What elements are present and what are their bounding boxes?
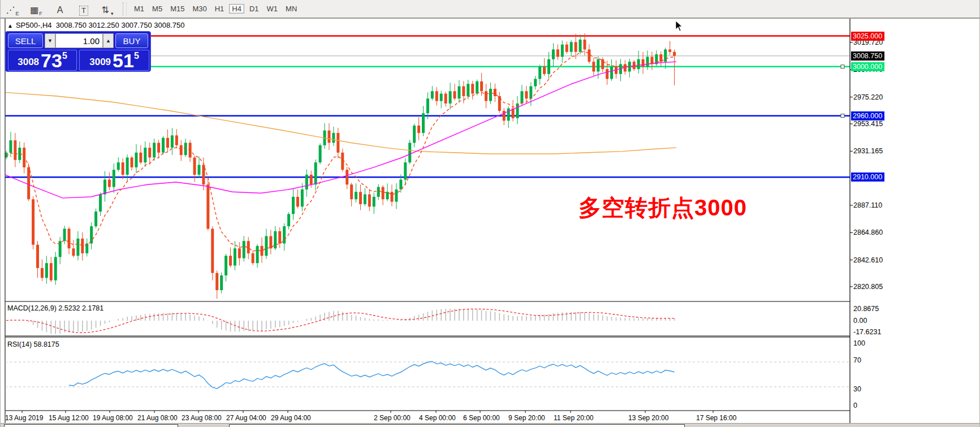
- bull-candle: [153, 143, 156, 157]
- bull-candle: [476, 81, 478, 94]
- draw-e-icon[interactable]: ⋰E: [2, 2, 23, 16]
- timeframe-m5[interactable]: M5: [149, 4, 165, 14]
- bull-candle: [579, 40, 582, 52]
- macd-axis--17.6231: -17.6231: [853, 328, 881, 336]
- bull-candle: [404, 162, 407, 179]
- bull-candle: [184, 143, 187, 155]
- bear-candle: [229, 256, 232, 265]
- timeframe-m15[interactable]: M15: [167, 4, 187, 14]
- bull-candle: [225, 256, 227, 275]
- collapse-triangle-icon[interactable]: ▲: [7, 23, 13, 29]
- textbox-icon[interactable]: T: [74, 1, 94, 16]
- bull-candle: [413, 126, 416, 143]
- bear-candle: [359, 192, 362, 204]
- bear-candle: [575, 42, 577, 51]
- price-badge-3000.000: 3000.000: [851, 62, 884, 71]
- date-label: 23 Aug 08:00: [182, 414, 222, 422]
- line-handle[interactable]: [841, 65, 844, 68]
- bear-candle: [175, 135, 178, 145]
- price-tick-2887.110: 2887.110: [853, 201, 882, 209]
- bid-price-box[interactable]: 3008 73 5: [8, 50, 77, 71]
- bull-candle: [103, 180, 106, 195]
- bull-candle: [431, 91, 434, 98]
- timeframe-h1[interactable]: H1: [212, 4, 227, 14]
- timeframe-m1[interactable]: M1: [131, 4, 147, 14]
- ask-price-box[interactable]: 3009 51 5: [79, 50, 149, 71]
- price-tick-2975.220: 2975.220: [853, 93, 883, 101]
- bull-candle: [113, 170, 115, 187]
- bull-candle: [426, 98, 429, 113]
- toolbar-tools: ⋰E▦FAT⇅▾: [1, 1, 119, 16]
- bull-candle: [395, 189, 398, 202]
- bottom-window-tab-2[interactable]: [229, 424, 685, 427]
- arrows-icon[interactable]: ⇅▾: [97, 2, 118, 16]
- bull-candle: [364, 195, 366, 204]
- bear-candle: [368, 195, 371, 207]
- bear-candle: [296, 197, 299, 206]
- bottom-window-tab-1[interactable]: [4, 424, 178, 427]
- price-tick-2953.415: 2953.415: [853, 120, 883, 128]
- chart-canvas[interactable]: [1, 19, 980, 427]
- bear-candle: [350, 184, 353, 199]
- bear-candle: [41, 268, 44, 278]
- bull-candle: [126, 158, 129, 175]
- bear-candle: [471, 84, 474, 93]
- grid-f-icon[interactable]: ▦F: [26, 2, 46, 16]
- bear-candle: [346, 170, 348, 184]
- bid-price-small: 3008: [18, 55, 39, 70]
- sell-button[interactable]: SELL: [8, 33, 43, 48]
- bull-candle: [377, 187, 380, 197]
- bull-candle: [457, 87, 460, 99]
- bull-candle: [243, 241, 245, 258]
- bear-candle: [278, 231, 281, 244]
- bear-candle: [14, 140, 16, 160]
- bull-candle: [9, 140, 12, 153]
- bull-candle: [274, 231, 277, 248]
- volume-decrease-button[interactable]: ▼: [45, 33, 55, 48]
- timeframe-d1[interactable]: D1: [247, 4, 262, 14]
- price-tick-2820.805: 2820.805: [853, 283, 883, 291]
- bid-price-big: 73: [41, 51, 62, 70]
- chart-title: ▲SP500-,H4 3008.750 3012.250 3007.750 30…: [7, 21, 184, 29]
- ma-orange-line: [5, 92, 676, 154]
- date-label: 13 Aug 2019: [5, 414, 43, 422]
- bull-candle: [256, 246, 259, 263]
- bear-candle: [148, 148, 151, 157]
- text-label-icon[interactable]: A: [50, 2, 70, 16]
- date-label: 29 Aug 04:00: [271, 414, 311, 422]
- bull-candle: [220, 275, 223, 290]
- bull-candle: [135, 153, 137, 167]
- bull-candle: [664, 49, 667, 62]
- volume-input[interactable]: [55, 33, 103, 48]
- bull-candle: [319, 145, 322, 162]
- ohlc-quote: 3008.750 3012.250 3007.750 3008.750: [56, 21, 185, 29]
- date-label: 6 Sep 00:00: [463, 414, 500, 422]
- bull-candle: [520, 91, 523, 103]
- chart-window[interactable]: ▲SP500-,H4 3008.750 3012.250 3007.750 30…: [1, 19, 980, 427]
- date-label: 13 Sep 20:00: [628, 414, 668, 422]
- date-label: 9 Sep 20:00: [508, 414, 545, 422]
- ask-price-big: 51: [113, 51, 134, 70]
- buy-button[interactable]: BUY: [115, 33, 148, 48]
- timeframe-h4[interactable]: H4: [229, 4, 244, 14]
- timeframe-mn[interactable]: MN: [283, 4, 300, 14]
- macd-axis-20.8675: 20.8675: [853, 305, 879, 313]
- bear-candle: [601, 59, 604, 69]
- bull-candle: [373, 197, 375, 206]
- line-handle[interactable]: [841, 114, 844, 118]
- bear-candle: [592, 62, 595, 71]
- one-click-trading-panel: SELL ▼ ▲ BUY 3008 73 5 3009 51 5: [5, 31, 151, 72]
- bear-candle: [583, 40, 586, 49]
- bear-candle: [211, 228, 214, 273]
- bear-candle: [480, 81, 483, 91]
- timeframe-m30[interactable]: M30: [189, 4, 209, 14]
- bull-candle: [94, 212, 97, 226]
- date-label: 4 Sep 00:00: [419, 414, 456, 422]
- bull-candle: [117, 162, 120, 170]
- toolbar-separator: [123, 2, 127, 16]
- bear-candle: [32, 199, 34, 244]
- volume-increase-button[interactable]: ▲: [103, 33, 114, 48]
- bull-candle: [552, 49, 555, 59]
- bear-candle: [341, 153, 344, 170]
- timeframe-w1[interactable]: W1: [264, 4, 281, 14]
